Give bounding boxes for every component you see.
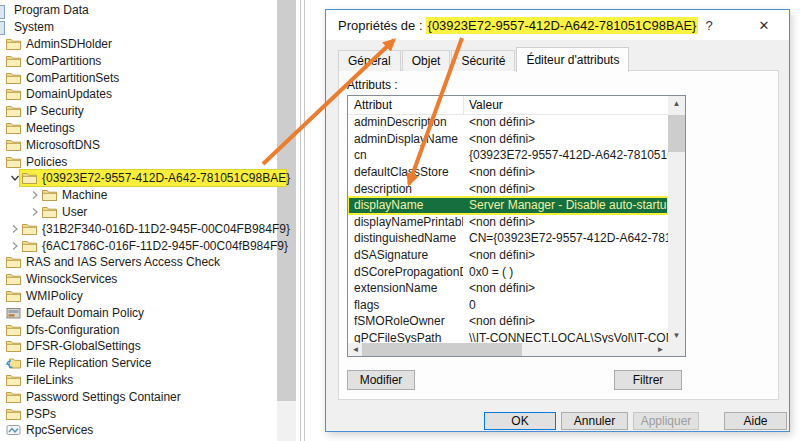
dialog-title: Propriétés de :{03923E72-9557-412D-A642-… — [338, 18, 698, 33]
help-button[interactable]: Aide — [724, 412, 787, 430]
attribute-row[interactable]: description<non défini> — [348, 180, 668, 197]
ok-button[interactable]: OK — [484, 412, 556, 430]
apply-button[interactable]: Appliquer — [633, 412, 699, 430]
folder-icon — [6, 38, 21, 50]
tree-pane: Program Data System AdminSDHolder ComPar… — [0, 2, 300, 439]
tree-item-selected-gpo[interactable]: {03923E72-9557-412D-A642-781051C98BAE} — [0, 170, 300, 187]
tree-item[interactable]: Default Domain Policy — [0, 304, 300, 321]
scroll-up-icon[interactable]: ▲ — [668, 96, 685, 111]
cancel-button[interactable]: Annuler — [561, 412, 628, 430]
folder-icon — [6, 340, 21, 352]
tree-item[interactable]: RpcServices — [0, 422, 300, 439]
attribute-row[interactable]: gPCFileSysPath\\IT-CONNECT.LOCAL\SysVol\… — [348, 330, 668, 343]
clipped-icon — [0, 5, 5, 19]
scroll-left-icon[interactable]: ◄ — [348, 343, 363, 356]
attribute-row[interactable]: extensionName<non défini> — [348, 280, 668, 297]
chevron-collapsed-icon[interactable] — [28, 190, 42, 200]
filter-button[interactable]: Filtrer — [614, 370, 682, 390]
column-header-attribut[interactable]: Attribut — [348, 96, 463, 114]
tree-item[interactable]: Program Data — [0, 2, 300, 19]
folder-icon — [6, 290, 21, 302]
tree-item[interactable]: FileLinks — [0, 372, 300, 389]
close-icon[interactable]: ✕ — [747, 10, 781, 40]
properties-dialog: Propriétés de :{03923E72-9557-412D-A642-… — [325, 9, 790, 432]
list-header: Attribut Valeur — [348, 96, 668, 115]
scrollbar-thumb[interactable] — [362, 343, 522, 356]
tree-item[interactable]: Machine — [0, 187, 300, 204]
tree-item[interactable]: Dfs-Configuration — [0, 321, 300, 338]
folder-icon — [6, 72, 21, 84]
folder-icon — [6, 105, 21, 117]
attribute-row[interactable]: distinguishedNameCN={03923E72-9557-412D-… — [348, 230, 668, 247]
clipped-icon — [0, 21, 5, 35]
pane-splitter[interactable] — [304, 0, 305, 441]
tree-item[interactable]: Policies — [0, 153, 300, 170]
folder-icon — [6, 273, 21, 285]
attribute-row-displayname-selected[interactable]: displayNameServer Manager - Disable auto… — [348, 197, 668, 214]
tree-item[interactable]: ComPartitionSets — [0, 69, 300, 86]
attributes-list[interactable]: Attribut Valeur adminDescription<non déf… — [347, 95, 686, 357]
folder-icon — [6, 391, 21, 403]
column-header-valeur[interactable]: Valeur — [463, 96, 668, 114]
list-rows: adminDescription<non défini> adminDispla… — [348, 114, 668, 343]
folder-icon — [6, 122, 21, 134]
tree-item[interactable]: File Replication Service — [0, 355, 300, 372]
chevron-collapsed-icon[interactable] — [8, 224, 22, 234]
tree-item[interactable]: WMIPolicy — [0, 288, 300, 305]
tab-security[interactable]: Sécurité — [451, 50, 515, 71]
tree-item[interactable]: ComPartitions — [0, 52, 300, 69]
adsi-console-window: Program Data System AdminSDHolder ComPar… — [0, 0, 800, 441]
dialog-titlebar[interactable]: Propriétés de :{03923E72-9557-412D-A642-… — [326, 10, 789, 40]
attribute-row[interactable]: fSMORoleOwner<non défini> — [348, 313, 668, 330]
tab-object[interactable]: Objet — [402, 50, 451, 71]
tree-item[interactable]: System — [0, 19, 300, 36]
tree-item[interactable]: {6AC1786C-016F-11D2-945F-00C04fB984F9} — [0, 237, 300, 254]
tree-item[interactable]: WinsockServices — [0, 271, 300, 288]
folder-icon — [6, 408, 21, 420]
tree-item[interactable]: MicrosoftDNS — [0, 136, 300, 153]
folder-icon — [22, 172, 37, 184]
tab-attribute-editor[interactable]: Éditeur d'attributs — [516, 47, 629, 72]
scroll-right-icon[interactable]: ► — [653, 343, 668, 356]
folder-icon — [42, 189, 57, 201]
attribute-row[interactable]: defaultClassStore<non défini> — [348, 164, 668, 181]
scrollbar-thumb[interactable] — [668, 115, 685, 152]
tree-item[interactable]: Meetings — [0, 120, 300, 137]
dialog-help-button[interactable]: ? — [693, 10, 725, 40]
scroll-down-icon[interactable]: ▼ — [668, 328, 685, 343]
pane-splitter[interactable] — [300, 0, 301, 441]
chevron-expanded-icon[interactable] — [8, 173, 22, 183]
tree-item[interactable]: PSPs — [0, 405, 300, 422]
scrollbar-corner — [668, 343, 685, 356]
list-horizontal-scrollbar[interactable]: ◄ ► — [348, 343, 668, 356]
tree-item[interactable]: Password Settings Container — [0, 388, 300, 405]
tree-item[interactable]: IP Security — [0, 103, 300, 120]
attribute-row[interactable]: cn{03923E72-9557-412D-A642-781051C98BA — [348, 147, 668, 164]
attribute-editor-page: Attributs : Attribut Valeur adminDescrip… — [338, 70, 779, 400]
tree-item[interactable]: RAS and IAS Servers Access Check — [0, 254, 300, 271]
folder-icon — [6, 88, 21, 100]
folder-icon — [6, 256, 21, 268]
attribute-row[interactable]: dSCorePropagationD...0x0 = ( ) — [348, 263, 668, 280]
modify-button[interactable]: Modifier — [347, 370, 415, 390]
attribute-row[interactable]: flags0 — [348, 297, 668, 314]
folder-icon — [22, 240, 37, 252]
tab-bar: Général Objet Sécurité Éditeur d'attribu… — [338, 47, 630, 71]
attribute-row[interactable]: adminDisplayName<non défini> — [348, 131, 668, 148]
tree-item[interactable]: DFSR-GlobalSettings — [0, 338, 300, 355]
attribute-row[interactable]: adminDescription<non défini> — [348, 114, 668, 131]
tree-item[interactable]: AdminSDHolder — [0, 36, 300, 53]
tab-general[interactable]: Général — [338, 50, 401, 71]
rpc-icon — [6, 424, 21, 436]
replication-icon — [6, 357, 21, 369]
folder-icon — [6, 156, 21, 168]
tree-item[interactable]: {31B2F340-016D-11D2-945F-00C04FB984F9} — [0, 220, 300, 237]
attribute-row[interactable]: displayNamePrintable<non défini> — [348, 214, 668, 231]
folder-icon — [6, 55, 21, 67]
list-vertical-scrollbar[interactable]: ▲ ▼ — [668, 96, 685, 343]
chevron-collapsed-icon[interactable] — [28, 207, 42, 217]
tree-item[interactable]: DomainUpdates — [0, 86, 300, 103]
tree-item[interactable]: User — [0, 204, 300, 221]
chevron-collapsed-icon[interactable] — [8, 241, 22, 251]
attribute-row[interactable]: dSASignature<non défini> — [348, 247, 668, 264]
